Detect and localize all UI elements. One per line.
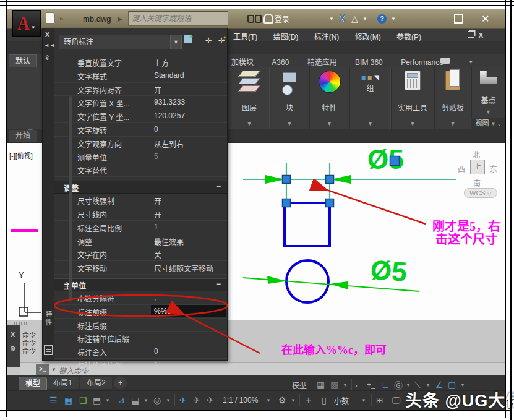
property-row[interactable]: 标注前缀 %%c xyxy=(54,305,227,319)
polar-tracking-icon[interactable]: Ⓖ xyxy=(394,378,403,392)
tab-bim360[interactable]: BIM 360 xyxy=(355,58,383,67)
infer-constraints-icon[interactable]: ⌐ xyxy=(356,378,361,392)
tab-a360[interactable]: A360 xyxy=(272,58,289,67)
navigation-compass-icon[interactable]: ◎ xyxy=(153,393,161,407)
property-row[interactable]: 小数分隔符 , xyxy=(54,291,227,305)
file-tab-start[interactable]: 开始 xyxy=(9,130,37,142)
property-value[interactable]: 尺寸线随文字移动 xyxy=(154,263,226,273)
close-button[interactable]: ✕ xyxy=(481,12,489,25)
units-caret-icon[interactable]: ▼ xyxy=(361,393,366,407)
maximize-button[interactable] xyxy=(454,12,463,25)
workspace-caret-icon[interactable]: ▼ xyxy=(105,393,110,407)
panel-groups-caret-icon[interactable]: ▼ xyxy=(349,121,391,127)
property-row[interactable]: 标注线性比例 1 xyxy=(54,359,227,372)
property-row[interactable]: 文字样式 Standard xyxy=(54,69,227,83)
property-row[interactable]: 文字在内 关 xyxy=(54,247,227,261)
panel-groups[interactable]: ◥ 组 ▼ xyxy=(349,67,392,129)
panel-clipboard-caret-icon[interactable]: ▼ xyxy=(434,121,471,127)
object-type-caret-icon[interactable]: ▼ xyxy=(170,35,181,49)
panel-layers-caret-icon[interactable]: ▼ xyxy=(229,121,270,127)
a360-caret-icon[interactable]: ▼ xyxy=(362,12,367,25)
property-value[interactable]: Standard xyxy=(154,71,226,80)
toggle-pickadd-icon[interactable]: + xyxy=(184,35,196,47)
tab-layout2[interactable]: 布局2 xyxy=(80,377,112,389)
model-space-label[interactable]: 模型 xyxy=(292,378,307,392)
new-layout-button[interactable]: + xyxy=(114,377,127,389)
property-value[interactable]: 0 xyxy=(154,125,226,134)
palette-settings-icon[interactable]: ※ xyxy=(45,54,49,61)
dimension-text-top[interactable]: Ø5 xyxy=(367,144,404,175)
units-value[interactable]: 小数 xyxy=(334,393,349,407)
palette-close-icon[interactable]: X xyxy=(45,31,49,38)
panel-view[interactable]: 基点 ▼ 视图 ▼ ⌄ xyxy=(471,67,505,129)
property-row[interactable]: 尺寸线强制 开 xyxy=(54,194,227,207)
property-group-header[interactable]: 主单位 − xyxy=(54,278,227,291)
annotation-scale-chart-icon[interactable]: ⊿ xyxy=(118,393,125,407)
crosshair-icon[interactable]: + xyxy=(306,393,312,407)
menu-tools[interactable]: 工具(T) xyxy=(233,33,257,41)
doc-minimize-icon[interactable]: — xyxy=(443,32,450,39)
menu-parametric[interactable]: 参数(P) xyxy=(396,33,421,41)
panel-block-caret-icon[interactable]: ▼ xyxy=(270,121,309,127)
dynamic-input-icon[interactable]: +_ xyxy=(367,378,375,392)
help-caret-icon[interactable]: ▼ xyxy=(391,12,396,25)
command-prompt-icon[interactable]: >_ xyxy=(36,364,49,375)
quick-select-icon[interactable]: ✛⚡ xyxy=(217,35,229,47)
panel-utilities[interactable]: 实用工具 ▼ xyxy=(391,67,435,129)
tab-layout1[interactable]: 布局1 xyxy=(47,377,79,389)
annotation-scale-icon[interactable]: ✈ xyxy=(207,393,214,407)
property-row[interactable]: 文字观察方向 从左到右 xyxy=(54,137,227,150)
property-row[interactable]: 文字位置 X 坐... 931.3233 xyxy=(54,96,227,109)
property-value[interactable]: 开 xyxy=(154,209,226,220)
property-row[interactable]: 文字界内对齐 开 xyxy=(54,83,227,96)
menu-modify[interactable]: 修改(M) xyxy=(355,33,381,41)
new-file-icon[interactable] xyxy=(46,12,55,24)
property-row[interactable]: 标注后缀 xyxy=(54,319,227,332)
command-wrench-icon[interactable]: ⚙ xyxy=(8,343,18,353)
scale-caret-icon[interactable]: ▼ xyxy=(266,393,271,407)
viewcube-west[interactable]: 西 xyxy=(458,163,465,174)
property-row[interactable]: 文字位置 Y 坐... 120.0257 xyxy=(54,109,227,123)
property-row[interactable]: 垂直放置文字 上方 xyxy=(54,56,227,69)
object-type-selector[interactable]: 转角标注 ▼ xyxy=(59,35,182,49)
annotation-scale-value[interactable]: 1:1 / 100% xyxy=(223,393,258,407)
property-value[interactable]: , xyxy=(154,293,226,302)
panel-base-caret-icon[interactable]: ▼ xyxy=(471,109,505,115)
panel-utilities-caret-icon[interactable]: ▼ xyxy=(391,121,434,127)
property-value[interactable]: 931.3233 xyxy=(154,98,226,106)
viewcube-north[interactable]: 北 xyxy=(473,149,480,160)
property-row[interactable]: 调整 最佳效果 xyxy=(54,234,227,248)
property-value[interactable]: 5 xyxy=(154,152,226,161)
select-objects-icon[interactable]: ✛ xyxy=(202,35,215,47)
ribbon-display-toggle-icon[interactable]: ▼ xyxy=(440,57,489,66)
property-row[interactable]: 文字移动 尺寸线随文字移动 xyxy=(54,261,227,275)
group-collapse-icon[interactable]: − xyxy=(216,182,221,191)
property-row[interactable]: 测量单位 5 xyxy=(54,150,227,164)
autoscale-icon[interactable]: ✈ xyxy=(193,393,200,407)
viewcube-top[interactable]: 上 xyxy=(470,160,485,174)
menu-dimension[interactable]: 标注(N) xyxy=(314,33,340,41)
tab-addins[interactable]: 加模块 xyxy=(231,58,254,67)
property-value[interactable]: 从左到右 xyxy=(154,139,226,149)
settings-gear-icon[interactable]: ⚙ xyxy=(278,393,286,407)
panel-properties[interactable]: 特性 ▼ xyxy=(309,67,350,129)
hatch-display-icon[interactable]: ▦ xyxy=(64,393,72,407)
search-input[interactable] xyxy=(129,12,234,25)
property-row[interactable]: 标注全局比例 1 xyxy=(54,221,227,234)
compass-caret-icon[interactable]: ▼ xyxy=(166,393,171,407)
binoculars-icon[interactable] xyxy=(247,12,262,25)
tab-performance[interactable]: Performance xyxy=(401,58,443,67)
property-group-header[interactable]: 调整 − xyxy=(54,181,227,194)
property-value[interactable]: %%c xyxy=(154,307,226,315)
property-value[interactable]: 上方 xyxy=(154,58,226,68)
signin-caret-icon[interactable]: ▼ xyxy=(329,12,334,25)
signin-button[interactable]: 登录 xyxy=(275,12,289,25)
property-value[interactable]: 1 xyxy=(154,223,226,231)
group-collapse-icon[interactable]: − xyxy=(216,280,221,288)
gear-caret-icon[interactable]: ▼ xyxy=(291,393,296,407)
application-menu-button[interactable]: A ▼ xyxy=(12,10,41,37)
autodesk360-x-icon[interactable]: X xyxy=(339,12,346,25)
panel-properties-caret-icon[interactable]: ▼ xyxy=(309,121,349,127)
a360-icon[interactable]: △ xyxy=(351,12,358,25)
annotation-visibility-icon[interactable]: ✈ xyxy=(179,393,187,407)
